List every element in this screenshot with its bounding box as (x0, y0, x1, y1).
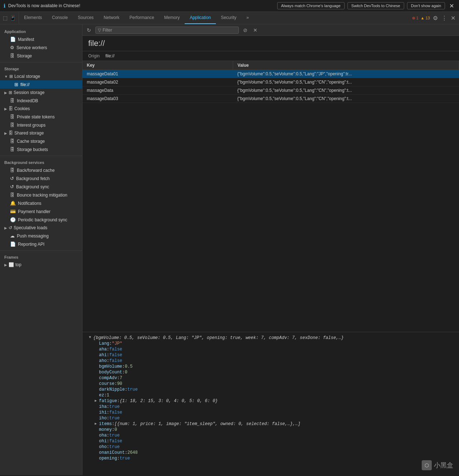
table-header-row: Key Value (82, 61, 459, 70)
top-frame-label: top (15, 262, 22, 267)
sidebar-item-manifest[interactable]: 📄 Manifest (0, 35, 82, 43)
json-value: 90 (117, 381, 122, 386)
sidebar-item-periodic-bg-sync[interactable]: 🕐 Periodic background sync (0, 216, 82, 224)
tab-console[interactable]: Console (47, 12, 73, 24)
sidebar-item-file[interactable]: ⊞ file:// (0, 80, 82, 89)
dont-show-button[interactable]: Don't show again (407, 2, 445, 9)
json-key: money (99, 427, 112, 432)
json-key: iha (99, 404, 107, 409)
indexeddb-label: IndexedDB (17, 98, 38, 103)
warn-count: 13 (426, 16, 430, 20)
sidebar-section-application: Application (0, 27, 82, 35)
sidebar-item-bounce-tracking[interactable]: 🗄 Bounce tracking mitigation (0, 191, 82, 199)
json-colon: : (104, 393, 107, 398)
json-key: onaniCount (99, 450, 125, 455)
more-options-icon[interactable]: ⋮ (441, 14, 448, 22)
background-sync-label: Background sync (16, 184, 49, 189)
sidebar-item-reporting-api[interactable]: 📄 Reporting API (0, 240, 82, 248)
table-cell-value: {"bgmVolume":0.5,"seVolume":0.5,"Lang":"… (233, 70, 459, 78)
json-key: items (99, 421, 112, 426)
json-field-row: Lang: "JP" (94, 341, 453, 347)
json-colon: : (117, 376, 119, 381)
tab-sources[interactable]: Sources (73, 12, 99, 24)
sidebar-section-storage: Storage (0, 65, 82, 72)
clear-filter-button[interactable]: ⊘ (242, 27, 249, 34)
sidebar-item-service-workers[interactable]: ⚙ Service workers (0, 43, 82, 52)
tab-more[interactable]: » (241, 12, 254, 24)
tab-bar: ⬚ 📱 Elements Console Sources Network Per… (0, 12, 459, 24)
switch-to-chinese-button[interactable]: Switch DevTools to Chinese (347, 2, 404, 9)
sidebar-item-manifest-label: Manifest (18, 37, 34, 42)
table-cell-value: {"bgmVolume":0.5,"seVolume":0.5,"Lang":"… (233, 95, 459, 103)
sidebar-item-push-messaging[interactable]: ☁ Push messaging (0, 232, 82, 240)
sidebar-item-indexeddb[interactable]: 🗄 IndexedDB (0, 96, 82, 105)
table-row[interactable]: massageData03{"bgmVolume":0.5,"seVolume"… (82, 95, 459, 103)
sidebar-item-payment-handler[interactable]: 💳 Payment handler (0, 207, 82, 216)
json-field-row: oho: true (94, 444, 453, 450)
table-row[interactable]: massageData01{"bgmVolume":0.5,"seVolume"… (82, 70, 459, 78)
sidebar-item-notifications[interactable]: 🔔 Notifications (0, 199, 82, 207)
filter-input[interactable] (103, 28, 236, 33)
json-key: oha (99, 433, 107, 438)
json-expand-btn[interactable]: ▶ (94, 421, 98, 426)
sidebar-item-shared-storage[interactable]: ▶ 🗄 Shared storage (0, 129, 82, 137)
infobar-close-button[interactable]: ✕ (448, 3, 455, 9)
sidebar-item-storage-buckets[interactable]: 🗄 Storage buckets (0, 145, 82, 154)
sidebar-item-speculative-loads[interactable]: ▶ ↺ Speculative loads (0, 224, 82, 232)
table-area: file:// Origin file:// Key Value massage… (82, 36, 459, 332)
json-field-row: money: 0 (94, 427, 453, 433)
json-expand-btn[interactable]: ▶ (94, 399, 98, 403)
sidebar-item-local-storage[interactable]: ▼ ⊞ Local storage (0, 72, 82, 80)
close-filter-button[interactable]: ✕ (252, 27, 259, 34)
session-storage-label: Session storage (14, 90, 44, 95)
table-row[interactable]: massageData{"bgmVolume":0.5,"seVolume":0… (82, 86, 459, 95)
close-devtools-icon[interactable]: ✕ (450, 14, 456, 22)
json-colon: : (117, 399, 119, 404)
settings-icon[interactable]: ⚙ (432, 14, 439, 22)
table-row[interactable]: massageData02{"bgmVolume":0.5,"seVolume"… (82, 78, 459, 86)
tab-elements[interactable]: Elements (19, 12, 47, 24)
shared-storage-label: Shared storage (14, 131, 44, 136)
inspect-icon[interactable]: ⬚ (3, 15, 8, 21)
push-messaging-label: Push messaging (17, 234, 49, 239)
tab-performance[interactable]: Performance (124, 12, 159, 24)
device-icon[interactable]: 📱 (10, 15, 16, 21)
json-value: false (109, 439, 122, 444)
sidebar-item-background-fetch[interactable]: ↺ Background fetch (0, 174, 82, 183)
json-expand-btn-main[interactable]: ▼ (88, 335, 92, 339)
info-bar: ℹ DevTools is now available in Chinese! … (0, 0, 459, 12)
json-field-row: ▶items: [{num: 1, price: 1, image: "item… (94, 421, 453, 427)
table-cell-value: {"bgmVolume":0.5,"seVolume":0.5,"Lang":"… (233, 78, 459, 86)
json-value: 2648 (127, 450, 138, 455)
tab-application[interactable]: Application (185, 12, 216, 24)
private-state-icon: 🗄 (10, 114, 15, 119)
filter-icon: ▽ (98, 28, 101, 33)
sidebar-item-interest-groups[interactable]: 🗄 Interest groups (0, 121, 82, 129)
sidebar-item-storage[interactable]: 🗄 Storage (0, 52, 82, 60)
devtools-left-icons: ⬚ 📱 (0, 12, 19, 24)
sidebar-item-background-sync[interactable]: ↺ Background sync (0, 183, 82, 191)
sidebar-item-top[interactable]: ▶ ⬜ top (0, 261, 82, 269)
tab-memory[interactable]: Memory (159, 12, 185, 24)
match-language-button[interactable]: Always match Chrome's language (277, 2, 345, 9)
tab-network[interactable]: Network (99, 12, 124, 24)
json-value: true (109, 444, 120, 449)
json-key: bgmVolume (99, 364, 122, 369)
json-key: iho (99, 416, 107, 421)
sidebar-item-cache-storage[interactable]: 🗄 Cache storage (0, 137, 82, 145)
local-storage-label: Local storage (14, 74, 40, 79)
main-layout: Application 📄 Manifest ⚙ Service workers… (0, 24, 459, 475)
json-value: true (109, 433, 120, 438)
table-cell-key: massageData02 (82, 78, 233, 86)
refresh-button[interactable]: ↻ (85, 27, 93, 34)
json-field-row: compAdv: 7 (94, 375, 453, 381)
reporting-api-label: Reporting API (18, 242, 44, 247)
sidebar-item-cookies[interactable]: ▶ 🗄 Cookies (0, 105, 82, 113)
warn-badge[interactable]: ▲ 13 (421, 16, 430, 20)
back-forward-label: Back/forward cache (17, 168, 55, 173)
sidebar-item-session-storage[interactable]: ▶ ⊞ Session storage (0, 89, 82, 96)
sidebar-item-private-state[interactable]: 🗄 Private state tokens (0, 113, 82, 121)
error-badge[interactable]: ⊗ 1 (412, 16, 418, 20)
sidebar-item-back-forward[interactable]: 🗄 Back/forward cache (0, 166, 82, 174)
tab-security[interactable]: Security (216, 12, 241, 24)
